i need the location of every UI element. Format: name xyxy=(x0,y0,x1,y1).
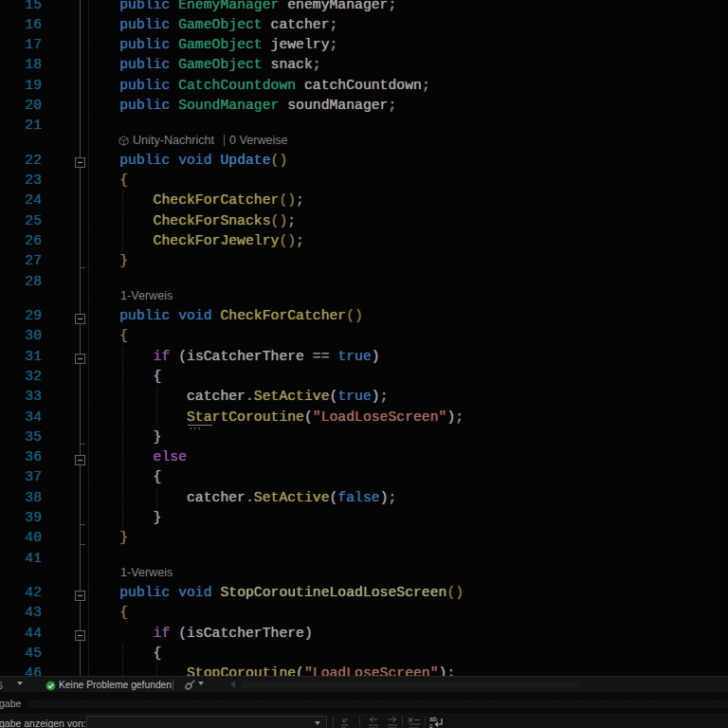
svg-text:ab: ab xyxy=(429,716,437,722)
svg-text:c: c xyxy=(429,722,433,728)
